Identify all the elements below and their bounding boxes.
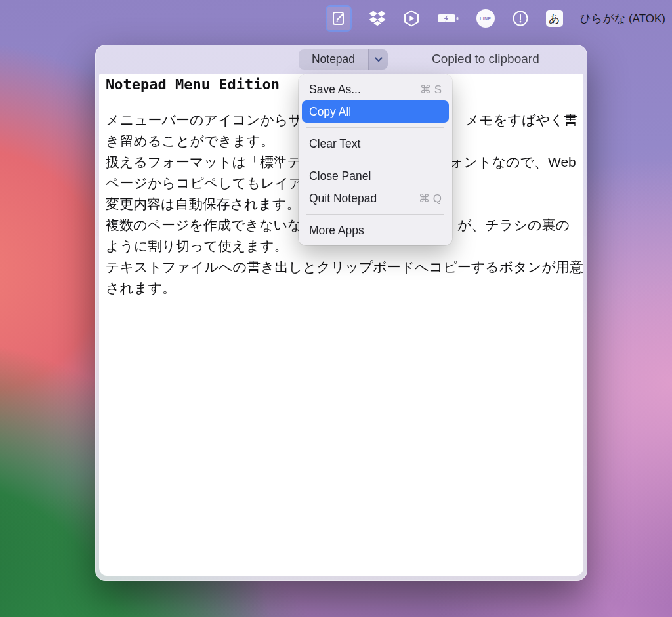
notepad-menu-button-label: Notepad	[299, 49, 368, 70]
note-line-left: 扱えるフォーマットは「標準テ	[106, 154, 301, 169]
note-line-right: ォントなので、Web	[450, 152, 576, 173]
menu-item-close-panel[interactable]: Close Panel	[302, 165, 449, 187]
note-line-left: 変更内容は自動保存されます。	[106, 196, 300, 211]
note-line-left: メニューバーのアイコンからサ	[106, 112, 303, 127]
alert-circle-icon[interactable]	[512, 10, 529, 27]
menu-item-copy-all[interactable]: Copy All	[302, 100, 449, 123]
menu-item-label: Save As...	[309, 83, 361, 96]
note-line-left: されます。	[106, 280, 176, 295]
note-line-left: き留めることができます。	[106, 133, 274, 148]
menu-divider	[306, 214, 444, 215]
notepad-dropdown-menu: Save As... ⌘ S Copy All Clear Text Close…	[299, 74, 452, 245]
note-line: されます。	[106, 278, 583, 299]
menu-item-label: Close Panel	[309, 169, 371, 183]
note-line-left: ように割り切って使えます。	[106, 238, 287, 253]
note-line-left: 複数のページを作成できないな	[106, 217, 301, 232]
menu-item-label: Clear Text	[309, 137, 360, 151]
menu-bar: LINE あ ひらがな (ATOK)	[0, 0, 672, 37]
menu-divider	[306, 160, 444, 160]
dropbox-icon[interactable]	[369, 11, 386, 26]
note-line-left: ページからコピペしてもレイア	[106, 175, 303, 190]
menu-item-label: More Apps	[309, 224, 364, 238]
chevron-down-icon[interactable]	[368, 49, 388, 70]
notepad-app-icon[interactable]	[326, 5, 352, 32]
panel-header: Notepad Copied to clipboard	[95, 45, 587, 74]
note-line-left: テキストファイルへの書き出しとクリップボードへコピーするボタンが用意	[106, 259, 583, 274]
note-line-right: メモをすばやく書	[465, 110, 578, 131]
notepad-glyph-icon	[331, 11, 346, 26]
battery-charging-icon[interactable]	[437, 12, 459, 24]
notepad-menu-button[interactable]: Notepad	[299, 49, 388, 70]
note-line-right: が、チラシの裏の	[457, 215, 570, 236]
status-text: Copied to clipboard	[432, 45, 539, 74]
menu-item-label: Copy All	[309, 105, 351, 119]
menu-item-clear-text[interactable]: Clear Text	[302, 133, 449, 155]
menu-item-shortcut: ⌘ Q	[419, 192, 442, 205]
menu-item-quit-notepad[interactable]: Quit Notepad ⌘ Q	[302, 187, 449, 209]
note-line: テキストファイルへの書き出しとクリップボードへコピーするボタンが用意	[106, 257, 583, 278]
line-badge-label: LINE	[480, 16, 491, 21]
menu-item-save-as[interactable]: Save As... ⌘ S	[302, 78, 449, 100]
ime-mode-label[interactable]: ひらがな (ATOK)	[580, 11, 665, 26]
menu-item-shortcut: ⌘ S	[420, 83, 442, 96]
line-icon[interactable]: LINE	[476, 9, 495, 28]
menu-item-more-apps[interactable]: More Apps	[302, 219, 449, 242]
ime-input-icon[interactable]: あ	[546, 10, 563, 27]
menu-divider	[306, 127, 444, 128]
hexagon-play-icon[interactable]	[403, 10, 420, 27]
menu-item-label: Quit Notepad	[309, 192, 377, 205]
ime-badge-label: あ	[549, 11, 560, 26]
